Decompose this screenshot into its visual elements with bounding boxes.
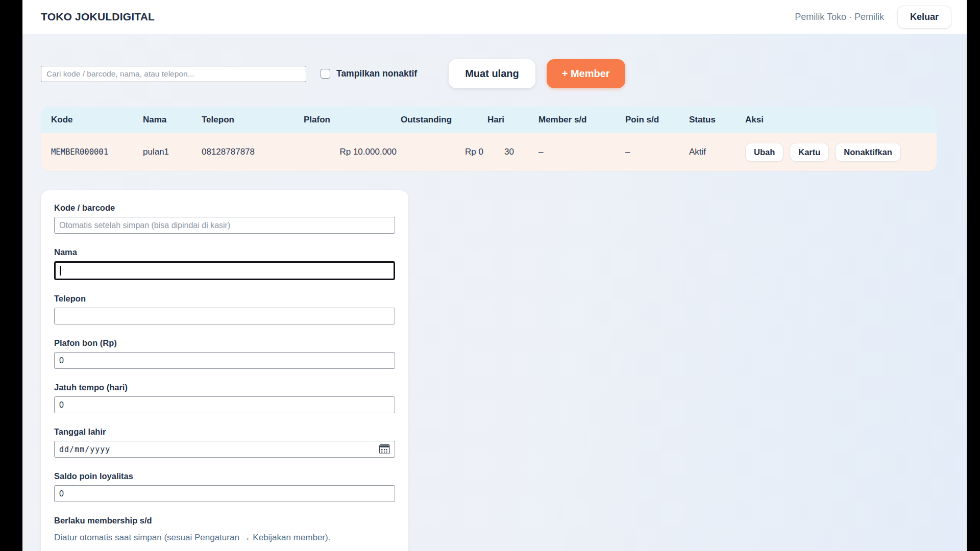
calendar-icon[interactable] (379, 444, 390, 454)
kode-barcode-label: Kode / barcode (54, 203, 395, 213)
saldo-poin-label: Saldo poin loyalitas (54, 471, 395, 481)
store-title: TOKO JOKULDIGITAL (41, 11, 155, 23)
plafon-bon-input[interactable] (54, 352, 395, 369)
jatuh-tempo-label: Jatuh tempo (hari) (54, 382, 395, 392)
members-toolbar: Tampilkan nonaktif Muat ulang + Member (41, 59, 967, 88)
kode-barcode-input[interactable] (54, 217, 395, 234)
col-header-plafon: Plafon (304, 115, 401, 125)
search-input[interactable] (41, 66, 306, 82)
reload-button[interactable]: Muat ulang (449, 59, 535, 88)
main-content: Tampilkan nonaktif Muat ulang + Member K… (22, 59, 967, 551)
telepon-input[interactable] (54, 308, 395, 324)
field-telepon: Telepon (54, 293, 395, 324)
table-row: MEMBER000001 pulan1 08128787878 Rp 10.00… (41, 133, 937, 171)
cell-member-sd: – (518, 147, 625, 157)
cell-kode: MEMBER000001 (41, 147, 143, 157)
top-bar: TOKO JOKULDIGITAL Pemilik Toko · Pemilik… (22, 0, 967, 34)
show-inactive-wrap: Tampilkan nonaktif (321, 68, 417, 79)
col-header-telepon: Telepon (202, 115, 304, 125)
cell-outstanding: Rp 0 (401, 147, 487, 157)
top-bar-right: Pemilik Toko · Pemilik Keluar (795, 6, 951, 29)
nama-input[interactable] (54, 261, 395, 280)
field-jatuh-tempo: Jatuh tempo (hari) (54, 382, 395, 413)
cell-plafon: Rp 10.000.000 (304, 147, 401, 157)
tanggal-lahir-input[interactable]: dd/mm/yyyy (54, 441, 395, 458)
cell-hari: 30 (487, 147, 518, 157)
cell-telepon: 08128787878 (202, 147, 304, 157)
field-saldo-poin: Saldo poin loyalitas (54, 471, 395, 502)
col-header-member-sd: Member s/d (518, 115, 625, 125)
app-window: TOKO JOKULDIGITAL Pemilik Toko · Pemilik… (22, 0, 967, 551)
col-header-status: Status (689, 115, 745, 125)
jatuh-tempo-input[interactable] (54, 396, 395, 413)
cell-poin-sd: – (625, 147, 689, 157)
field-kode-barcode: Kode / barcode (54, 203, 395, 234)
telepon-label: Telepon (54, 293, 395, 304)
col-header-aksi: Aksi (745, 115, 937, 125)
add-member-button[interactable]: + Member (547, 59, 625, 88)
col-header-outstanding: Outstanding (401, 115, 487, 125)
col-header-hari: Hari (487, 115, 518, 125)
plafon-bon-label: Plafon bon (Rp) (54, 338, 395, 348)
nama-label: Nama (54, 247, 395, 257)
col-header-poin-sd: Poin s/d (625, 115, 689, 125)
field-tanggal-lahir: Tanggal lahir dd/mm/yyyy (54, 427, 395, 458)
membership-label: Berlaku membership s/d (54, 515, 395, 525)
field-plafon-bon: Plafon bon (Rp) (54, 338, 395, 369)
text-caret (60, 266, 61, 276)
col-header-nama: Nama (143, 115, 202, 125)
card-member-button[interactable]: Kartu (790, 143, 829, 162)
date-placeholder-text: dd/mm/yyyy (59, 445, 110, 454)
edit-member-button[interactable]: Ubah (745, 143, 783, 162)
show-inactive-checkbox[interactable] (321, 69, 330, 79)
membership-info: Berlaku membership s/d Diatur otomatis s… (54, 515, 395, 543)
logout-button[interactable]: Keluar (897, 6, 951, 29)
tanggal-lahir-label: Tanggal lahir (54, 427, 395, 437)
deactivate-member-button[interactable]: Nonaktifkan (835, 143, 900, 162)
field-nama: Nama (54, 247, 395, 280)
membership-note: Diatur otomatis saat simpan (sesuai Peng… (54, 533, 395, 543)
saldo-poin-input[interactable] (54, 485, 395, 502)
member-form-card: Kode / barcode Nama Telepon Plafon bon (… (41, 190, 408, 551)
cell-status: Aktif (689, 147, 745, 157)
show-inactive-label: Tampilkan nonaktif (336, 68, 417, 79)
user-role-text: Pemilik Toko · Pemilik (795, 12, 884, 22)
col-header-kode: Kode (41, 115, 143, 125)
cell-actions: Ubah Kartu Nonaktifkan (745, 143, 937, 162)
cell-nama: pulan1 (143, 147, 202, 157)
table-header-row: Kode Nama Telepon Plafon Outstanding Har… (41, 107, 937, 133)
members-table: Kode Nama Telepon Plafon Outstanding Har… (41, 107, 937, 171)
